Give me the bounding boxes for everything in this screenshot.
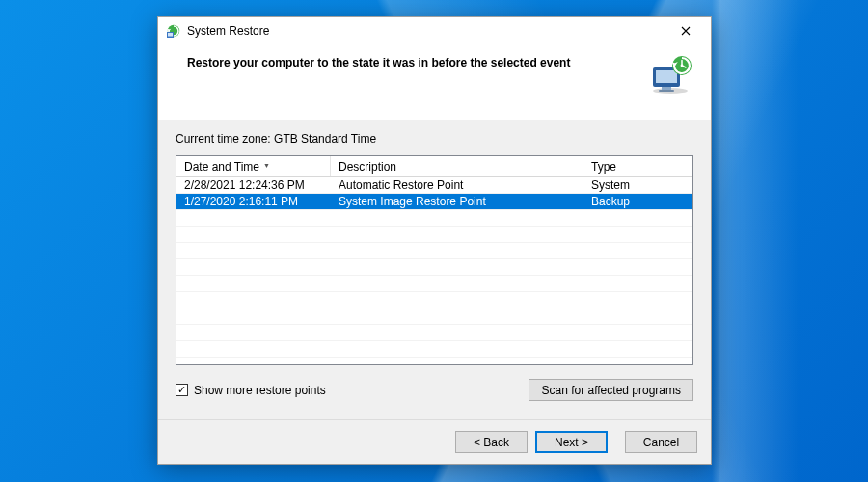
column-header-description-label: Description xyxy=(339,160,396,174)
empty-row xyxy=(176,227,692,243)
column-header-type-label: Type xyxy=(591,160,616,174)
svg-rect-6 xyxy=(662,87,671,90)
cancel-button[interactable]: Cancel xyxy=(625,431,697,453)
close-icon xyxy=(681,26,691,36)
restore-point-row[interactable]: 1/27/2020 2:16:11 PMSystem Image Restore… xyxy=(176,194,692,210)
empty-row xyxy=(176,308,692,325)
list-rows-container: 2/28/2021 12:24:36 PMAutomatic Restore P… xyxy=(176,177,692,364)
system-restore-window: System Restore Restore your computer to … xyxy=(157,16,712,465)
column-header-date-label: Date and Time xyxy=(184,160,259,174)
restore-point-row[interactable]: 2/28/2021 12:24:36 PMAutomatic Restore P… xyxy=(176,177,692,194)
column-header-description[interactable]: Description xyxy=(331,156,583,176)
checkbox-box: ✓ xyxy=(176,384,188,396)
wizard-header: Restore your computer to the state it wa… xyxy=(158,44,711,120)
empty-row xyxy=(176,243,692,259)
next-button[interactable]: Next > xyxy=(535,431,608,453)
empty-row xyxy=(176,292,692,308)
window-title: System Restore xyxy=(187,24,269,38)
show-more-checkbox-label: Show more restore points xyxy=(194,384,326,397)
column-header-type[interactable]: Type xyxy=(583,156,692,176)
titlebar[interactable]: System Restore xyxy=(158,17,711,44)
cell-description: Automatic Restore Point xyxy=(331,178,583,192)
cell-description: System Image Restore Point xyxy=(331,195,583,208)
cell-date: 2/28/2021 12:24:36 PM xyxy=(176,178,331,192)
checkmark-icon: ✓ xyxy=(177,385,186,395)
empty-row xyxy=(176,325,692,341)
sort-descending-icon: ▼ xyxy=(263,162,270,169)
cell-date: 1/27/2020 2:16:11 PM xyxy=(176,195,331,208)
close-button[interactable] xyxy=(666,19,705,42)
wizard-body: Current time zone: GTB Standard Time Dat… xyxy=(158,120,711,419)
column-header-date[interactable]: Date and Time ▼ xyxy=(176,156,331,176)
show-more-checkbox[interactable]: ✓ Show more restore points xyxy=(176,384,326,397)
timezone-label: Current time zone: GTB Standard Time xyxy=(176,132,693,146)
wizard-footer: < Back Next > Cancel xyxy=(158,419,711,464)
svg-rect-7 xyxy=(659,90,674,92)
empty-row xyxy=(176,259,692,276)
app-icon xyxy=(166,23,181,39)
svg-rect-2 xyxy=(168,33,173,37)
empty-row xyxy=(176,210,692,227)
back-button[interactable]: < Back xyxy=(455,431,528,453)
list-header: Date and Time ▼ Description Type xyxy=(176,156,692,177)
restore-hero-icon xyxy=(647,54,693,94)
cell-type: System xyxy=(583,178,692,192)
restore-points-list[interactable]: Date and Time ▼ Description Type 2/28/20… xyxy=(176,155,693,365)
svg-rect-5 xyxy=(656,70,677,83)
cell-type: Backup xyxy=(583,195,692,208)
empty-row xyxy=(176,341,692,358)
wizard-heading: Restore your computer to the state it wa… xyxy=(187,54,637,69)
empty-row xyxy=(176,276,692,292)
scan-affected-programs-button[interactable]: Scan for affected programs xyxy=(529,379,693,401)
